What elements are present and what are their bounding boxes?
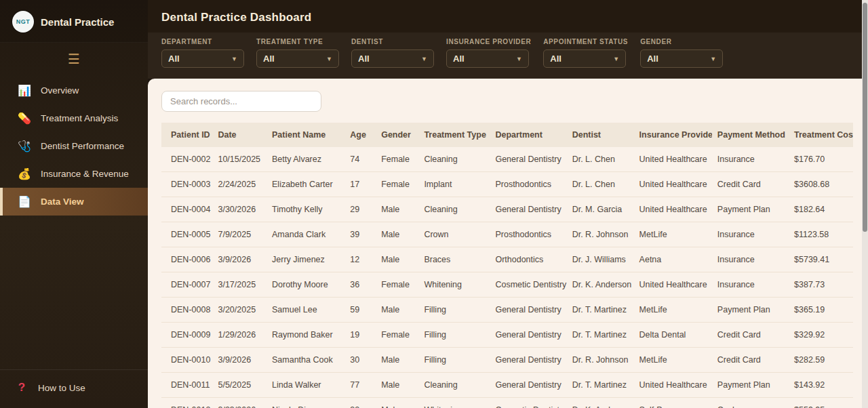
filter-dropdown[interactable]: All ▼ <box>256 49 339 68</box>
table-cell: 19 <box>344 323 376 348</box>
table-cell: Cosmetic Dentistry <box>490 272 566 298</box>
table-cell: $1123.58 <box>789 222 853 247</box>
table-cell: Male <box>376 298 418 323</box>
table-row[interactable]: DEN-00083/20/2025Samuel Lee59MaleFilling… <box>161 298 853 323</box>
table-row[interactable]: DEN-000210/15/2025Betty Alvarez74FemaleC… <box>161 147 853 172</box>
table-cell: Dr. T. Martinez <box>567 298 634 323</box>
main-area: Dental Practice Dashboard DEPARTMENT All… <box>148 0 868 408</box>
table-cell: Insurance <box>712 222 789 247</box>
table-cell: Credit Card <box>712 348 789 373</box>
filter-dropdown[interactable]: All ▼ <box>543 49 626 68</box>
table-cell: 77 <box>344 373 376 398</box>
sidebar-nav-item[interactable]: 💰 Insurance & Revenue <box>0 160 148 188</box>
table-cell: 59 <box>344 298 376 323</box>
filter-label: APPOINTMENT STATUS <box>543 38 628 45</box>
filter-dropdown[interactable]: All ▼ <box>161 49 244 68</box>
table-cell: Raymond Baker <box>267 323 344 348</box>
table-cell: Insurance <box>712 272 789 298</box>
table-cell: MetLife <box>634 298 712 323</box>
table-cell: Cleaning <box>418 147 490 172</box>
filter-bar: DEPARTMENT All ▼ TREATMENT TYPE All ▼ <box>148 33 868 79</box>
sidebar-nav-item[interactable]: 📄 Data View <box>0 188 148 216</box>
vertical-scrollbar[interactable] <box>862 0 868 408</box>
table-row[interactable]: DEN-00032/24/2025Elizabeth Carter17Femal… <box>161 172 853 197</box>
table-cell: General Dentistry <box>490 197 566 222</box>
clinic-logo-icon: NGT <box>12 11 34 33</box>
table-cell: DEN-0011 <box>161 373 212 398</box>
table-row[interactable]: DEN-00115/5/2025Linda Walker77MaleCleani… <box>161 373 853 398</box>
table-cell: Cleaning <box>418 373 490 398</box>
table-cell: DEN-0005 <box>161 222 212 247</box>
menu-toggle-icon[interactable]: ☰ <box>0 43 148 73</box>
table-cell: 2/24/2025 <box>212 172 267 197</box>
table-cell: $182.64 <box>789 197 853 222</box>
table-row[interactable]: DEN-00073/17/2025Dorothy Moore36FemaleWh… <box>161 272 853 298</box>
how-to-use-label: How to Use <box>38 383 85 393</box>
table-cell: $282.59 <box>789 348 853 373</box>
chevron-down-icon: ▼ <box>421 56 427 62</box>
sidebar-nav-item[interactable]: 🩺 Dentist Performance <box>0 132 148 160</box>
table-cell: Female <box>376 272 418 298</box>
table-cell: $365.19 <box>789 298 853 323</box>
filter-group: INSURANCE PROVIDER All ▼ <box>446 38 531 68</box>
filter-group: DENTIST All ▼ <box>351 38 434 68</box>
column-header: Insurance Provider <box>634 123 712 147</box>
table-cell: Dr. R. Johnson <box>567 348 634 373</box>
scrollbar-thumb[interactable] <box>863 3 867 232</box>
sidebar-nav-item[interactable]: 💊 Treatment Analysis <box>0 104 148 132</box>
table-row[interactable]: DEN-00057/9/2025Amanda Clark39MaleCrownP… <box>161 222 853 247</box>
chevron-down-icon: ▼ <box>710 56 716 62</box>
filter-label: DEPARTMENT <box>161 38 244 45</box>
table-row[interactable]: DEN-00103/9/2026Samantha Cook30MaleFilli… <box>161 348 853 373</box>
table-cell: 1/29/2026 <box>212 323 267 348</box>
filter-dropdown[interactable]: All ▼ <box>446 49 529 68</box>
filter-group: DEPARTMENT All ▼ <box>161 38 244 68</box>
table-cell: 3/9/2026 <box>212 247 267 272</box>
table-cell: United Healthcare <box>634 197 712 222</box>
table-cell: 3/20/2025 <box>212 298 267 323</box>
column-header: Age <box>344 123 376 147</box>
table-cell: Jerry Jimenez <box>267 247 344 272</box>
filter-dropdown[interactable]: All ▼ <box>351 49 434 68</box>
table-cell: Orthodontics <box>490 247 566 272</box>
table-row[interactable]: DEN-00043/30/2026Timothy Kelly29MaleClea… <box>161 197 853 222</box>
table-cell: Delta Dental <box>634 323 712 348</box>
app-window: NGT Dental Practice ☰ 📊 Overview 💊 Treat… <box>0 0 868 408</box>
sidebar-nav-item[interactable]: 📊 Overview <box>0 77 148 104</box>
filter-dropdown[interactable]: All ▼ <box>640 49 723 68</box>
table-cell: Self-Pay <box>634 398 712 408</box>
table-row[interactable]: DEN-00063/9/2026Jerry Jimenez12MaleBrace… <box>161 247 853 272</box>
table-cell: Filling <box>418 323 490 348</box>
table-cell: Amanda Clark <box>267 222 344 247</box>
how-to-use-button[interactable]: ? How to Use <box>0 374 148 401</box>
table-cell: Prosthodontics <box>490 172 566 197</box>
sidebar: NGT Dental Practice ☰ 📊 Overview 💊 Treat… <box>0 0 148 408</box>
table-cell: United Healthcare <box>634 172 712 197</box>
table-cell: Male <box>376 197 418 222</box>
brand-header: NGT Dental Practice <box>0 0 148 43</box>
search-input[interactable] <box>161 91 321 112</box>
table-cell: DEN-0006 <box>161 247 212 272</box>
table-row[interactable]: DEN-00091/29/2026Raymond Baker19FemaleFi… <box>161 323 853 348</box>
table-cell: Filling <box>418 298 490 323</box>
table-cell: Credit Card <box>712 323 789 348</box>
table-cell: Female <box>376 172 418 197</box>
table-cell: Samantha Cook <box>267 348 344 373</box>
table-cell: Braces <box>418 247 490 272</box>
table-cell: Insurance <box>712 247 789 272</box>
page-title: Dental Practice Dashboard <box>161 11 853 24</box>
table-cell: 3/9/2026 <box>212 348 267 373</box>
table-cell: Female <box>376 147 418 172</box>
column-header: Patient Name <box>267 123 344 147</box>
table-cell: $387.73 <box>789 272 853 298</box>
records-table: Patient IDDatePatient NameAgeGenderTreat… <box>161 123 853 408</box>
table-cell: DEN-0004 <box>161 197 212 222</box>
filter-selected-value: All <box>168 54 180 64</box>
nav-item-label: Data View <box>41 197 84 207</box>
table-cell: Male <box>376 222 418 247</box>
table-row[interactable]: DEN-00123/23/2026Nicole Diaz32MaleWhiten… <box>161 398 853 408</box>
table-cell: DEN-0002 <box>161 147 212 172</box>
table-cell: Timothy Kelly <box>267 197 344 222</box>
table-cell: Male <box>376 373 418 398</box>
table-cell: 32 <box>344 398 376 408</box>
